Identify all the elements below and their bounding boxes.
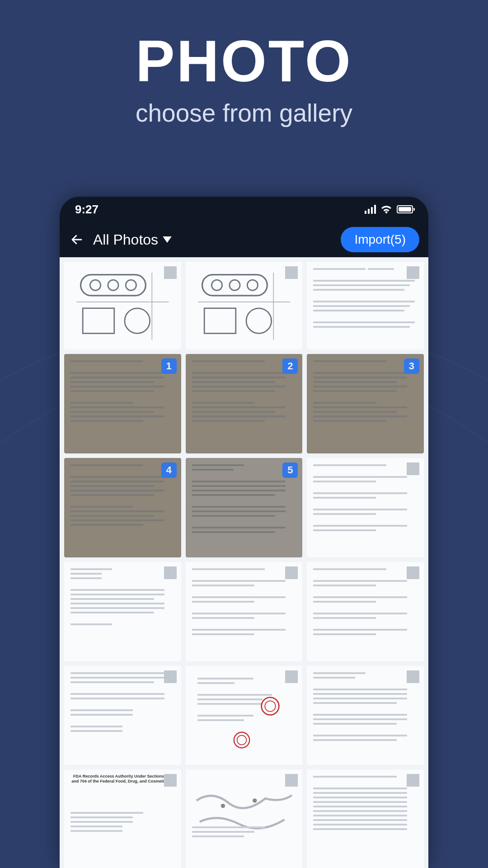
svg-point-3	[126, 280, 136, 290]
phone-frame: 9:27 All Photos Import(5)	[60, 197, 428, 868]
battery-icon	[397, 205, 413, 213]
status-icons	[365, 205, 413, 214]
selection-checkbox[interactable]	[164, 566, 177, 579]
selection-checkbox[interactable]	[164, 266, 177, 279]
photo-grid-container: 12345FDA Records Access Authority Under …	[60, 257, 428, 868]
selection-badge: 1	[161, 359, 177, 374]
photo-thumbnail[interactable]	[307, 262, 424, 349]
photo-thumbnail[interactable]	[186, 262, 303, 349]
selection-checkbox[interactable]	[285, 670, 298, 683]
svg-point-13	[246, 308, 272, 334]
wifi-icon	[380, 205, 392, 214]
selection-badge: 5	[282, 462, 298, 478]
photo-thumbnail[interactable]: FDA Records Access Authority Under Secti…	[64, 769, 181, 868]
svg-point-1	[90, 280, 100, 290]
svg-point-5	[125, 308, 150, 334]
svg-point-10	[230, 280, 240, 290]
svg-point-2	[108, 280, 118, 290]
selection-checkbox[interactable]	[164, 670, 177, 683]
selection-checkbox[interactable]	[285, 566, 298, 579]
svg-point-9	[211, 280, 222, 290]
photo-thumbnail[interactable]	[307, 769, 424, 868]
album-dropdown[interactable]: All Photos	[93, 231, 172, 248]
svg-point-11	[247, 280, 258, 290]
selection-checkbox[interactable]	[407, 266, 419, 279]
selection-checkbox[interactable]	[285, 266, 298, 279]
photo-thumbnail[interactable]	[186, 562, 303, 661]
photo-thumbnail[interactable]	[186, 666, 303, 765]
signal-icon	[365, 205, 376, 214]
selection-checkbox[interactable]	[407, 566, 419, 579]
import-button[interactable]: Import(5)	[341, 227, 419, 252]
arrow-left-icon	[70, 233, 84, 246]
selection-badge: 2	[282, 359, 298, 374]
status-time: 9:27	[75, 203, 99, 217]
selection-checkbox[interactable]	[285, 774, 298, 787]
photo-thumbnail[interactable]	[64, 262, 181, 349]
selection-checkbox[interactable]	[407, 670, 419, 683]
photo-thumbnail[interactable]	[307, 458, 424, 557]
photo-grid: 12345FDA Records Access Authority Under …	[64, 262, 424, 868]
hero-title: PHOTO	[0, 32, 488, 90]
photo-thumbnail[interactable]: 1	[64, 354, 181, 453]
album-label: All Photos	[93, 231, 158, 248]
svg-rect-12	[204, 308, 236, 334]
photo-thumbnail[interactable]	[307, 562, 424, 661]
photo-thumbnail[interactable]: 5	[186, 458, 303, 557]
selection-checkbox[interactable]	[164, 774, 177, 787]
status-bar: 9:27	[60, 197, 428, 222]
photo-thumbnail[interactable]: 2	[186, 354, 303, 453]
photo-thumbnail[interactable]	[307, 666, 424, 765]
selection-badge: 3	[404, 359, 419, 374]
selection-badge: 4	[161, 462, 177, 478]
chevron-down-icon	[163, 236, 172, 243]
hero-subtitle: choose from gallery	[0, 99, 488, 127]
nav-bar: All Photos Import(5)	[60, 222, 428, 257]
svg-rect-4	[83, 308, 114, 334]
back-button[interactable]	[69, 231, 85, 248]
photo-thumbnail[interactable]	[64, 562, 181, 661]
selection-checkbox[interactable]	[407, 774, 419, 787]
photo-thumbnail[interactable]: 3	[307, 354, 424, 453]
photo-thumbnail[interactable]	[64, 666, 181, 765]
selection-checkbox[interactable]	[407, 462, 419, 475]
photo-thumbnail[interactable]	[186, 769, 303, 868]
photo-thumbnail[interactable]: 4	[64, 458, 181, 557]
